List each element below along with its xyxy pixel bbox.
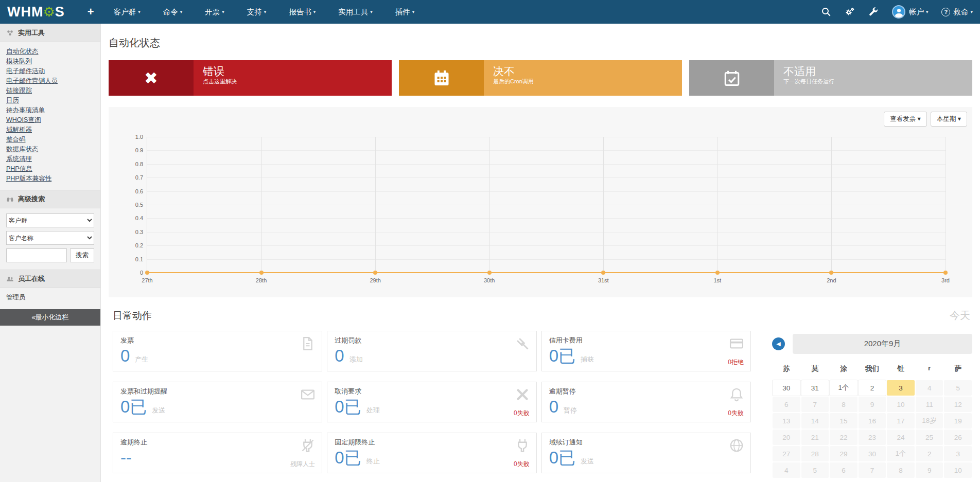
help-label: 救命 [953,7,968,17]
advanced-search-form: 客户群 客户名称 搜索 [0,208,100,270]
calendar-cell[interactable]: 17 [887,413,915,429]
sidebar-link[interactable]: WHOIS查询 [6,115,94,125]
sidebar-link[interactable]: 待办事项清单 [6,105,94,115]
quick-add-button[interactable]: + [79,5,102,19]
search-button[interactable]: 搜索 [70,248,94,262]
calendar-cell[interactable]: 9 [916,462,943,478]
calendar-cell[interactable]: 5 [944,380,972,396]
calendar-cell[interactable]: 12 [944,397,972,412]
menu-item-6[interactable]: 实用工具▾ [327,7,384,17]
sidebar-link[interactable]: 域解析器 [6,125,94,135]
status-banner-error[interactable]: ✖错误点击这里解决 [109,60,392,96]
calendar-cell[interactable]: 10 [887,397,915,412]
calendar-cell[interactable]: 8 [830,397,857,412]
calendar-cell[interactable]: 7 [801,397,829,412]
calendar-cell[interactable]: 15 [830,413,857,429]
menu-item-2[interactable]: 命令▾ [152,7,194,17]
calendar-cell[interactable]: 1个 [887,446,915,461]
calendar-cell[interactable]: 31 [801,380,829,396]
calendar-cell[interactable]: 9 [859,397,886,412]
calendar-cell[interactable]: 26 [944,430,972,445]
x-axis-tick-label: 1st [714,277,722,283]
sidebar-link[interactable]: 链接跟踪 [6,86,94,96]
minimize-sidebar-button[interactable]: «最小化边栏 [0,309,100,326]
calendar-cell[interactable]: 3 [944,446,972,461]
calendar-cell[interactable]: 19 [944,413,972,429]
menu-item-4[interactable]: 支持▾ [236,7,278,17]
calendar-cell[interactable]: 18岁 [916,413,943,429]
banner-subtitle: 点击这里解决 [203,78,237,85]
calendar-cell[interactable]: 6 [830,462,857,478]
client-name-select[interactable]: 客户名称 [6,231,94,245]
calendar-cell[interactable]: 14 [801,413,829,429]
status-banner-never[interactable]: 决不最后的Cron调用 [399,60,682,96]
calendar-cell-today[interactable]: 3 [887,380,915,396]
whmcs-logo[interactable]: WHM⚙S [7,4,65,20]
x-icon [515,387,530,402]
gridline [147,177,946,178]
data-point [601,271,605,275]
sidebar-link[interactable]: 模块队列 [6,57,94,66]
calendar-cell[interactable]: 4 [916,380,943,396]
calendar-day-name: 涂 [829,361,858,377]
menu-item-1[interactable]: 客户群▾ [102,7,152,17]
sidebar-link[interactable]: 电子邮件营销人员 [6,76,94,86]
card-value-label: 终止 [366,457,380,466]
calendar-cell[interactable]: 2 [916,446,943,461]
help-icon: ? [941,8,950,16]
calendar-cell[interactable]: 7 [859,462,886,478]
calendar-cell[interactable]: 5 [801,462,829,478]
calendar-cell[interactable]: 13 [773,413,800,429]
calendar-cell[interactable]: 24 [887,430,915,445]
help-menu[interactable]: ? 救命 ▾ [941,7,973,17]
status-banner-not-applicable[interactable]: 不适用下一次每日任务运行 [689,60,972,96]
chevron-down-icon: ▾ [370,9,373,14]
view-invoices-dropdown[interactable]: 查看发票 ▾ [884,112,927,127]
sidebar-link[interactable]: 系统清理 [6,154,94,164]
banner-title: 不适用 [783,65,834,78]
calendar-cell[interactable]: 27 [773,446,800,461]
calendar-cell[interactable]: 30 [773,380,800,396]
calendar-cell[interactable]: 23 [859,430,886,445]
calendar-cell[interactable]: 4 [773,462,800,478]
calendar-cell[interactable]: 2 [859,380,886,396]
calendar-cell[interactable]: 10 [944,462,972,478]
menu-item-7[interactable]: 插件▾ [384,7,426,17]
staff-member-link[interactable]: 管理员 [6,294,26,301]
calendar-cell[interactable]: 1个 [830,380,857,396]
search-input[interactable] [6,248,67,262]
calendar-cell[interactable]: 16 [859,413,886,429]
gridline [147,164,946,165]
calendar-prev-button[interactable]: ◀ [772,337,785,350]
wrench-icon[interactable] [868,7,879,17]
calendar-cell[interactable]: 29 [830,446,857,461]
calendar-cell[interactable]: 20 [773,430,800,445]
calendar-cell[interactable]: 30 [859,446,886,461]
menu-item-5[interactable]: 报告书▾ [277,7,327,17]
card-title: 信用卡费用 [549,336,743,345]
calendar-cell[interactable]: 28 [801,446,829,461]
menu-item-3[interactable]: 开票▾ [194,7,236,17]
search-icon[interactable] [821,7,831,17]
banner-title: 决不 [493,65,534,78]
sidebar-link[interactable]: 电子邮件活动 [6,66,94,76]
calendar-cell[interactable]: 25 [916,430,943,445]
calendar-cell[interactable]: 11 [916,397,943,412]
card-title: 过期罚款 [335,336,529,345]
card-value: 0 [549,398,558,415]
client-group-select[interactable]: 客户群 [6,213,94,227]
settings-cogs-icon[interactable] [845,7,855,17]
calendar-cell[interactable]: 21 [801,430,829,445]
sidebar-link[interactable]: PHP信息 [6,164,94,174]
sidebar-link[interactable]: 日历 [6,96,94,105]
account-menu[interactable]: 帐户 ▾ [892,5,929,19]
calendar-cell[interactable]: 8 [887,462,915,478]
sidebar-link[interactable]: PHP版本兼容性 [6,174,94,184]
this-week-dropdown[interactable]: 本星期 ▾ [931,112,967,127]
calendar-cell[interactable]: 22 [830,430,857,445]
calendar-dates-grid: 30311个23456789101112131415161718岁1920212… [772,380,972,478]
calendar-cell[interactable]: 6 [773,397,800,412]
sidebar-link[interactable]: 自动化状态 [6,47,94,57]
sidebar-link[interactable]: 数据库状态 [6,145,94,154]
sidebar-link[interactable]: 整合码 [6,135,94,145]
